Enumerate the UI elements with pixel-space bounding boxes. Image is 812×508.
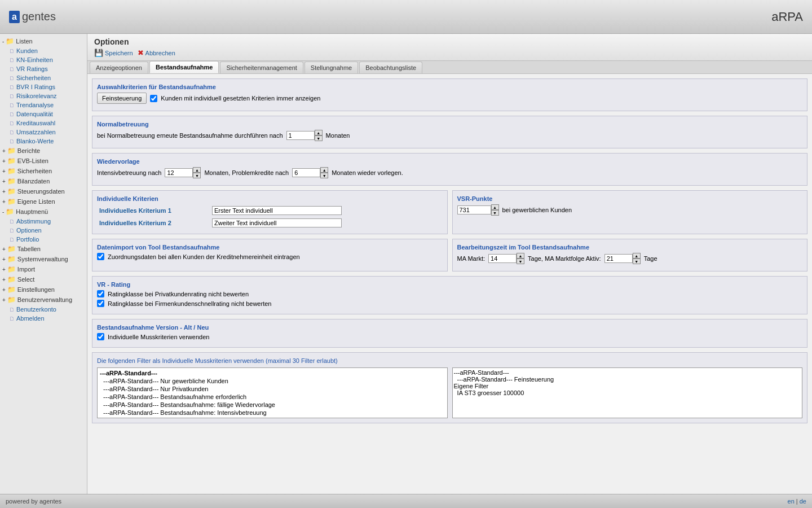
kriterium1-input[interactable] xyxy=(212,206,342,215)
checkbox-immer-anzeigen[interactable] xyxy=(150,95,157,102)
save-button[interactable]: 💾 Speichern xyxy=(94,49,133,57)
checkbox-zuordnung[interactable] xyxy=(97,253,104,260)
bearbeitungszeit-input2[interactable] xyxy=(604,254,633,263)
sidebar-item-vr-ratings[interactable]: 🗋 VR Ratings xyxy=(0,64,87,73)
spinner-down[interactable]: ▼ xyxy=(315,135,323,141)
sidebar-item-abstimmung[interactable]: 🗋 Abstimmung xyxy=(0,217,87,226)
spinner-down[interactable]: ▼ xyxy=(193,173,201,178)
list-item[interactable]: ---aRPA-Standard--- Bestandsaufnahme: In… xyxy=(99,409,446,417)
list-item[interactable]: ---aRPA-Standard--- Nur Privatkunden xyxy=(99,385,446,393)
sidebar-link-kreditauswahl[interactable]: Kreditauswahl xyxy=(16,120,55,126)
sidebar-group-import[interactable]: + 📁 Import xyxy=(0,264,87,274)
sidebar-link-sicherheiten[interactable]: Sicherheiten xyxy=(16,75,51,81)
bearbeitungszeit-input1[interactable] xyxy=(488,254,517,263)
sidebar-link-trendanalyse[interactable]: Trendanalyse xyxy=(16,102,54,108)
sidebar-link-umsatzzahlen[interactable]: Umsatzzahlen xyxy=(16,129,56,135)
sidebar-group-hauptmenu[interactable]: - 📁 Hauptmenü xyxy=(0,207,87,217)
sidebar-item-umsatzzahlen[interactable]: 🗋 Umsatzzahlen xyxy=(0,128,87,137)
spinner-down[interactable]: ▼ xyxy=(517,259,524,264)
spinner-down[interactable]: ▼ xyxy=(320,173,328,178)
cancel-button[interactable]: ✖ Abbrechen xyxy=(138,49,175,57)
list-item[interactable]: IA ST3 groesser 100000 xyxy=(454,389,801,396)
sidebar-link-abmelden[interactable]: Abmelden xyxy=(16,315,45,322)
spinner-up[interactable]: ▲ xyxy=(315,130,323,135)
spinner-up[interactable]: ▲ xyxy=(517,253,524,259)
checkbox-muss-kriterien[interactable] xyxy=(97,333,104,340)
tab-sicherheitenmanagement[interactable]: Sicherheitenmanagement xyxy=(220,62,303,73)
sidebar-group-einstellungen[interactable]: + 📁 Einstellungen xyxy=(0,284,87,295)
checkbox-privatkundenrating[interactable] xyxy=(97,290,104,297)
spinner-down[interactable]: ▼ xyxy=(633,259,641,264)
checkbox-firmenkundenschnellrating[interactable] xyxy=(97,300,104,307)
sidebar-item-abmelden[interactable]: 🗋 Abmelden xyxy=(0,314,87,323)
wiedervorlage-input1[interactable] xyxy=(165,168,193,177)
checkbox-zuordnung-label: Zuordnungsdaten bei allen Kunden der Kre… xyxy=(108,253,300,260)
sidebar-item-datenqualitaet[interactable]: 🗋 Datenqualität xyxy=(0,110,87,119)
sidebar-group-select[interactable]: + 📁 Select xyxy=(0,274,87,284)
toolbar: 💾 Speichern ✖ Abbrechen xyxy=(94,49,805,57)
spinner-up[interactable]: ▲ xyxy=(320,167,328,173)
sidebar-group-bilanzdaten[interactable]: + 📁 Bilanzdaten xyxy=(0,176,87,186)
spinner-up[interactable]: ▲ xyxy=(633,253,641,259)
sidebar-link-optionen[interactable]: Optionen xyxy=(16,227,42,234)
tab-bestandsaufnahme[interactable]: Bestandsaufnahme xyxy=(149,61,219,73)
feinsteuerung-button[interactable]: Feinsteuerung xyxy=(97,93,147,104)
normalbetreuung-input[interactable] xyxy=(286,131,315,140)
sidebar-group-benutzerverwaltung[interactable]: + 📁 Benutzerverwaltung xyxy=(0,295,87,305)
wiedervorlage-row: Intensivbetreuung nach ▲ ▼ Monaten, Prob… xyxy=(97,167,802,178)
sidebar-link-portfolio[interactable]: Portfolio xyxy=(16,236,39,243)
sidebar-group-eigene-listen[interactable]: + 📁 Eigene Listen xyxy=(0,196,87,207)
list-item[interactable]: ---aRPA-Standard--- xyxy=(454,369,801,376)
sidebar-link-kn-einheiten[interactable]: KN-Einheiten xyxy=(16,56,53,63)
spinner-down[interactable]: ▼ xyxy=(491,210,499,216)
lang-en-link[interactable]: en xyxy=(788,498,795,505)
tab-beobachtungsliste[interactable]: Beobachtungsliste xyxy=(359,62,422,73)
sidebar-group-sicherheiten[interactable]: + 📁 Sicherheiten xyxy=(0,166,87,176)
sidebar-item-benutzerkonto[interactable]: 🗋 Benutzerkonto xyxy=(0,305,87,314)
sidebar-item-kunden[interactable]: 🗋 Kunden xyxy=(0,46,87,55)
sidebar-group-systemverwaltung[interactable]: + 📁 Systemverwaltung xyxy=(0,254,87,264)
sidebar-link-blanko-werte[interactable]: Blanko-Werte xyxy=(16,138,54,144)
sidebar-group-label: Eigene Listen xyxy=(17,198,55,205)
list-item[interactable]: ---aRPA-Standard--- Feinsteuerung xyxy=(454,376,801,383)
wiedervorlage-input2[interactable] xyxy=(292,168,320,177)
sidebar-item-trendanalyse[interactable]: 🗋 Trendanalyse xyxy=(0,100,87,110)
filter-left-list[interactable]: ---aRPA-Standard--- ---aRPA-Standard--- … xyxy=(97,367,448,418)
sidebar-link-vr-ratings[interactable]: VR Ratings xyxy=(16,65,48,72)
vsr-input[interactable] xyxy=(457,205,491,214)
sidebar-item-blanko-werte[interactable]: 🗋 Blanko-Werte xyxy=(0,137,87,146)
sidebar-link-datenqualitaet[interactable]: Datenqualität xyxy=(16,111,53,117)
sidebar-item-portfolio[interactable]: 🗋 Portfolio xyxy=(0,235,87,244)
list-item[interactable]: ---aRPA-Standard--- Nur gewerbliche Kund… xyxy=(99,377,446,385)
lang-de-link[interactable]: de xyxy=(800,498,806,505)
sidebar-item-kreditauswahl[interactable]: 🗋 Kreditauswahl xyxy=(0,119,87,128)
sidebar-item-risikorelevanz[interactable]: 🗋 Risikorelevanz xyxy=(0,91,87,100)
sidebar-link-risikorelevanz[interactable]: Risikorelevanz xyxy=(16,93,57,99)
sidebar-item-sicherheiten[interactable]: 🗋 Sicherheiten xyxy=(0,73,87,82)
sidebar-link-bvr-ratings[interactable]: BVR I Ratings xyxy=(16,84,55,90)
list-item[interactable]: ---aRPA-Standard--- Bestandsaufnahme: fä… xyxy=(99,401,446,409)
sidebar-group-listen[interactable]: - 📁 Listen xyxy=(0,36,87,46)
spinner-up[interactable]: ▲ xyxy=(491,204,499,210)
sidebar-link-kunden[interactable]: Kunden xyxy=(16,47,38,54)
kriterium2-input[interactable] xyxy=(212,218,342,227)
sidebar-link-abstimmung[interactable]: Abstimmung xyxy=(16,218,51,225)
list-item[interactable]: ---aRPA-Standard--- xyxy=(99,369,446,377)
sidebar-item-kn-einheiten[interactable]: 🗋 KN-Einheiten xyxy=(0,55,87,64)
filter-right-list[interactable]: ---aRPA-Standard--- ---aRPA-Standard--- … xyxy=(452,367,803,418)
sidebar-group-evb-listen[interactable]: + 📁 EVB-Listen xyxy=(0,156,87,166)
sidebar-group-tabellen[interactable]: + 📁 Tabellen xyxy=(0,244,87,254)
sidebar-item-optionen[interactable]: 🗋 Optionen xyxy=(0,226,87,235)
wiedervorlage-label3: Monaten wieder vorlegen. xyxy=(332,169,403,176)
spinner-up[interactable]: ▲ xyxy=(193,167,201,173)
list-item[interactable]: Eigene Filter xyxy=(454,383,801,389)
sidebar-group-berichte[interactable]: + 📁 Berichte xyxy=(0,146,87,156)
list-item[interactable]: ---aRPA-Standard--- Bestandsaufnahme erf… xyxy=(99,393,446,401)
save-label: Speichern xyxy=(105,50,133,56)
toggle-icon: + xyxy=(2,148,6,154)
tab-anzeigeoptionen[interactable]: Anzeigeoptionen xyxy=(90,62,148,73)
sidebar-group-steuerungsdaten[interactable]: + 📁 Steuerungsdaten xyxy=(0,186,87,196)
tab-stellungnahme[interactable]: Stellungnahme xyxy=(304,62,358,73)
sidebar-item-bvr-ratings[interactable]: 🗋 BVR I Ratings xyxy=(0,82,87,91)
sidebar-link-benutzerkonto[interactable]: Benutzerkonto xyxy=(16,306,56,313)
